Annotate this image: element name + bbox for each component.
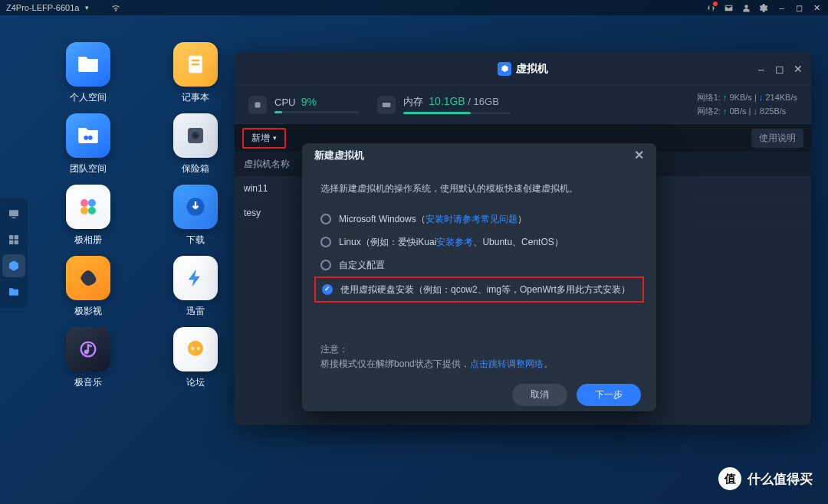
desktop-icon-0[interactable]: 个人空间 (42, 42, 134, 104)
network-stats: 网络1: ↑ 9KB/s | ↓ 214KB/s 网络2: ↑ 0B/s | ↓… (697, 91, 797, 118)
dock-item-vm[interactable] (2, 254, 25, 277)
svg-rect-3 (12, 218, 15, 218)
vm-maximize-icon[interactable]: ◻ (774, 64, 785, 74)
desktop-icon-label: 团队空间 (70, 162, 107, 175)
watermark-text: 什么值得买 (748, 470, 813, 488)
desktop-icon-label: 极影视 (74, 305, 102, 318)
next-button[interactable]: 下一步 (577, 384, 641, 406)
svg-point-11 (84, 136, 88, 140)
cancel-button[interactable]: 取消 (512, 384, 567, 406)
wifi-icon[interactable] (110, 2, 121, 13)
svg-point-0 (744, 5, 748, 8)
desktop-icon-label: 记事本 (182, 91, 209, 104)
svg-rect-4 (9, 235, 13, 239)
settings-icon[interactable] (759, 3, 769, 13)
svg-point-15 (194, 134, 197, 137)
desktop-icons-grid: 个人空间记事本团队空间保险箱极相册下载极影视迅雷极音乐论坛 (42, 42, 257, 389)
svg-rect-6 (9, 241, 13, 244)
col-name: 虚拟机名称 (244, 158, 290, 171)
svg-point-18 (80, 207, 88, 214)
mail-icon[interactable] (724, 3, 734, 13)
desktop-icon-label: 极音乐 (74, 376, 102, 389)
modal-close-icon[interactable]: ✕ (634, 148, 644, 162)
desktop-icon-9[interactable]: 论坛 (150, 327, 242, 389)
svg-point-25 (197, 347, 200, 350)
memory-icon (377, 96, 396, 114)
dock-item-1[interactable] (2, 202, 25, 225)
help-button[interactable]: 使用说明 (751, 129, 803, 148)
radio-icon (320, 214, 331, 224)
desktop-icon-label: 论坛 (186, 376, 205, 389)
svg-rect-26 (255, 102, 261, 107)
desktop-icon-4[interactable]: 极相册 (42, 185, 134, 247)
minimize-icon[interactable]: – (777, 3, 787, 13)
maximize-icon[interactable]: ◻ (794, 3, 804, 13)
desktop-icon-1[interactable]: 记事本 (150, 42, 242, 104)
system-topbar: Z4Pro-LEFP-6601a ▾ – ◻ ✕ (0, 0, 828, 15)
modal-title: 新建虚拟机 (314, 149, 364, 162)
transfer-icon[interactable] (706, 3, 716, 13)
svg-point-24 (191, 347, 194, 350)
svg-rect-27 (383, 103, 391, 107)
modal-hint: 选择新建虚拟机的操作系统，使用默认的模板快速创建虚拟机。 (320, 182, 638, 195)
radio-icon (320, 260, 331, 270)
network-link[interactable]: 点击跳转调整网络 (470, 358, 544, 369)
vm-close-icon[interactable]: ✕ (793, 64, 803, 74)
svg-rect-2 (9, 210, 18, 216)
radio-icon (320, 237, 331, 247)
svg-rect-7 (15, 241, 18, 244)
vm-window-title: 虚拟机 (516, 62, 548, 76)
desktop-icon-label: 下载 (186, 234, 205, 247)
desktop-icon-label: 保险箱 (182, 162, 209, 175)
option-virtual-disk[interactable]: 使用虚拟硬盘安装（例如：qcow2、img等，OpenWrt多用此方式安装） (314, 277, 644, 303)
hostname-dropdown-icon[interactable]: ▾ (85, 4, 89, 11)
watermark: 值 什么值得买 (718, 467, 813, 490)
svg-point-17 (88, 199, 96, 207)
vm-window-titlebar: 虚拟机 – ◻ ✕ (235, 52, 811, 86)
vm-app-icon (498, 62, 511, 76)
cpu-icon (248, 96, 267, 114)
vm-stats-bar: CPU 9% 内存 10.1GB / 16GB 网络1: ↑ 9KB/s | ↓… (235, 86, 811, 124)
desktop-icon-label: 迅雷 (186, 305, 205, 318)
desktop-icon-label: 极相册 (74, 234, 102, 247)
option-windows[interactable]: Microsoft Windows（安装时请参考常见问题） (320, 208, 638, 231)
option-linux[interactable]: Linux（例如：爱快iKuai安装参考、Ubuntu、CentOS） (320, 231, 638, 254)
desktop-icon-6[interactable]: 极影视 (42, 256, 134, 318)
desktop-icon-5[interactable]: 下载 (150, 185, 242, 247)
new-vm-modal: 新建虚拟机 ✕ 选择新建虚拟机的操作系统，使用默认的模板快速创建虚拟机。 Mic… (302, 143, 656, 411)
option-custom[interactable]: 自定义配置 (320, 254, 638, 277)
add-vm-button[interactable]: 新增▾ (242, 128, 286, 149)
dock-item-2[interactable] (2, 228, 25, 251)
radio-checked-icon (322, 284, 333, 295)
hostname-label[interactable]: Z4Pro-LEFP-6601a (6, 3, 79, 12)
desktop-icon-7[interactable]: 迅雷 (150, 256, 242, 318)
modal-note: 注意： 桥接模式仅在解绑bond状态下提供，点击跳转调整网络。 (320, 342, 638, 371)
chevron-down-icon: ▾ (273, 134, 277, 142)
svg-point-16 (80, 199, 88, 207)
desktop-icon-2[interactable]: 团队空间 (42, 113, 134, 175)
dock-item-files[interactable] (2, 280, 25, 303)
left-dock (0, 198, 28, 308)
vm-minimize-icon[interactable]: – (756, 64, 767, 74)
svg-point-19 (88, 207, 96, 214)
memory-stat: 内存 10.1GB / 16GB (377, 95, 511, 114)
desktop-icon-8[interactable]: 极音乐 (42, 327, 134, 389)
close-icon[interactable]: ✕ (812, 3, 822, 13)
watermark-badge: 值 (718, 467, 741, 490)
svg-point-23 (188, 341, 203, 356)
cpu-stat: CPU 9% (248, 96, 359, 114)
desktop-icon-label: 个人空间 (70, 91, 107, 104)
desktop-icon-3[interactable]: 保险箱 (150, 113, 242, 175)
svg-point-12 (88, 136, 93, 140)
user-icon[interactable] (741, 3, 751, 13)
svg-rect-5 (15, 235, 18, 239)
